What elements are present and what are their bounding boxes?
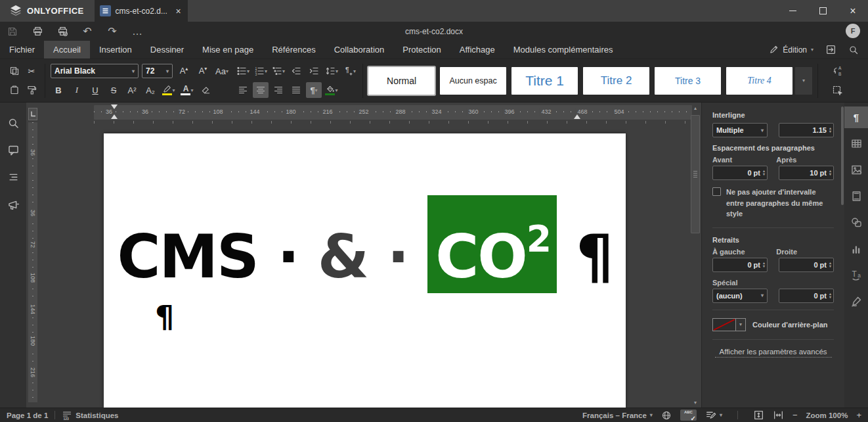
document-language-globe-icon[interactable] <box>661 410 672 421</box>
document-paragraph-1[interactable]: CMS · & · CO2 ¶ <box>104 218 626 292</box>
style-titre-1[interactable]: Titre 1 <box>511 67 578 95</box>
right-indent-marker[interactable] <box>574 114 580 119</box>
bullet-list-button[interactable]: ▾ <box>235 63 251 79</box>
advanced-settings-link[interactable]: Afficher les paramètres avancés <box>715 348 832 358</box>
fit-page-icon[interactable] <box>753 410 764 421</box>
header-footer-settings-button[interactable] <box>844 185 868 207</box>
edition-mode-selector[interactable]: Édition ▾ <box>769 45 814 55</box>
numbered-list-button[interactable]: 123 ▾ <box>253 63 269 79</box>
style-titre-4[interactable]: Titre 4 <box>726 67 792 95</box>
tab-close-icon[interactable]: × <box>174 6 182 16</box>
page-indicator[interactable]: Page 1 de 1 <box>7 411 48 419</box>
tab-modules-complementaires[interactable]: Modules complémentaires <box>504 41 622 59</box>
nonprinting-characters-button[interactable]: ¶ ▾ <box>306 82 322 98</box>
fit-width-icon[interactable] <box>773 410 784 421</box>
styles-gallery-expand-button[interactable]: ▾ <box>795 67 812 95</box>
table-settings-button[interactable] <box>844 133 868 154</box>
shading-button[interactable]: ▾ <box>324 82 339 98</box>
tab-dessiner[interactable]: Dessiner <box>141 41 193 59</box>
style-aucun-espac[interactable]: Aucun espac <box>440 67 506 95</box>
no-interval-checkbox-row[interactable]: Ne pas ajouter d'intervalle entre paragr… <box>712 187 834 220</box>
font-color-button[interactable]: A ▾ <box>179 82 195 98</box>
replace-button[interactable]: AB <box>830 63 846 79</box>
tab-mise-en-page[interactable]: Mise en page <box>193 41 263 59</box>
tab-fichier[interactable]: Fichier <box>0 41 44 59</box>
find-button[interactable] <box>5 114 22 131</box>
align-right-button[interactable] <box>271 82 286 98</box>
redo-button[interactable]: ↷ <box>100 23 125 40</box>
change-case-button[interactable]: Aa ▾ <box>214 63 230 79</box>
no-color-swatch[interactable] <box>712 318 736 331</box>
superscript-button[interactable]: A² <box>124 82 140 98</box>
horizontal-ruler[interactable]: 36 36 72 108 144 180 216 252 288 324 360… <box>94 105 692 120</box>
quick-print-button[interactable] <box>50 23 75 40</box>
indent-left-input[interactable]: 0 pt ▴▾ <box>712 258 768 272</box>
cut-button[interactable]: ✂ <box>24 63 39 79</box>
tab-protection[interactable]: Protection <box>393 41 450 59</box>
line-spacing-value-input[interactable]: 1.15 ▴▾ <box>779 123 834 137</box>
font-size-select[interactable]: 72 ▾ <box>142 64 173 78</box>
scrollbar-thumb[interactable] <box>691 115 700 233</box>
special-indent-select[interactable]: (aucun) ▾ <box>712 289 768 303</box>
document-tab[interactable]: cms-et-co2.d... × <box>95 0 188 22</box>
tab-accueil[interactable]: Accueil <box>44 41 90 59</box>
vertical-scrollbar[interactable]: ▴ ▾ <box>691 104 700 406</box>
paragraph-direction-button[interactable]: ¶ ▾ <box>341 63 357 79</box>
background-color-picker[interactable]: ▾ <box>712 318 746 331</box>
feedback-button[interactable] <box>5 195 22 212</box>
decrease-font-button[interactable]: A▾ <box>195 63 211 79</box>
language-selector[interactable]: Français – France ▾ <box>582 411 653 419</box>
justify-button[interactable] <box>288 82 304 98</box>
minimize-button[interactable] <box>777 0 808 22</box>
increase-indent-button[interactable] <box>306 63 322 79</box>
left-indent-marker[interactable] <box>111 114 118 119</box>
align-center-button[interactable] <box>253 82 269 98</box>
indent-right-input[interactable]: 0 pt ▴▾ <box>779 258 834 272</box>
text-art-settings-button[interactable]: Ta <box>844 264 868 286</box>
tab-collaboration[interactable]: Collaboration <box>325 41 394 59</box>
document-page[interactable]: CMS · & · CO2 ¶ ¶ <box>104 133 626 408</box>
decrease-indent-button[interactable] <box>288 63 304 79</box>
select-all-button[interactable] <box>830 83 846 99</box>
zoom-out-button[interactable]: − <box>792 410 798 420</box>
style-titre-3[interactable]: Titre 3 <box>655 67 721 95</box>
maximize-button[interactable] <box>808 0 838 22</box>
format-painter-button[interactable] <box>24 82 39 98</box>
vertical-ruler[interactable]: 36 36 72 108 144 180 216 <box>28 122 37 402</box>
spell-check-button[interactable]: ABC ✓ <box>680 410 697 421</box>
color-dropdown-button[interactable]: ▾ <box>736 318 746 331</box>
scroll-up-arrow[interactable]: ▴ <box>691 104 700 112</box>
close-button[interactable]: × <box>838 0 868 22</box>
track-changes-button[interactable]: ▾ <box>705 410 722 421</box>
document-paragraph-2[interactable]: ¶ <box>155 299 174 335</box>
user-avatar[interactable]: F <box>846 24 860 38</box>
style-titre-2[interactable]: Titre 2 <box>583 67 649 95</box>
font-name-select[interactable]: Arial Black ▾ <box>51 64 139 78</box>
align-left-button[interactable] <box>235 82 251 98</box>
print-button[interactable] <box>25 23 50 40</box>
paragraph-settings-button[interactable]: ¶ <box>844 106 868 128</box>
zoom-in-button[interactable]: + <box>856 410 861 420</box>
search-icon[interactable] <box>848 45 859 55</box>
comments-button[interactable] <box>5 141 22 158</box>
highlight-color-button[interactable]: ▾ <box>161 82 177 98</box>
clear-style-button[interactable] <box>198 82 213 98</box>
strikethrough-button[interactable]: S <box>106 82 121 98</box>
panel-scrollbar[interactable] <box>841 106 844 205</box>
zoom-level[interactable]: Zoom 100% <box>806 411 848 419</box>
tab-affichage[interactable]: Affichage <box>450 41 504 59</box>
increase-font-button[interactable]: A▴ <box>176 63 192 79</box>
paste-button[interactable] <box>7 82 22 98</box>
multilevel-list-button[interactable]: ▾ <box>271 63 286 79</box>
statistics-button[interactable]: 123 Statistiques <box>62 410 118 421</box>
subscript-button[interactable]: A₂ <box>142 82 158 98</box>
bold-button[interactable]: B <box>51 82 66 98</box>
save-button[interactable] <box>0 23 25 40</box>
spacing-after-input[interactable]: 10 pt ▴▾ <box>779 166 834 180</box>
customize-toolbar-button[interactable]: … <box>125 23 150 40</box>
tab-references[interactable]: Références <box>263 41 324 59</box>
scroll-down-arrow[interactable]: ▾ <box>691 398 700 406</box>
signature-settings-button[interactable] <box>844 291 868 312</box>
undo-button[interactable]: ↶ <box>75 23 100 40</box>
shape-settings-button[interactable] <box>844 212 868 233</box>
